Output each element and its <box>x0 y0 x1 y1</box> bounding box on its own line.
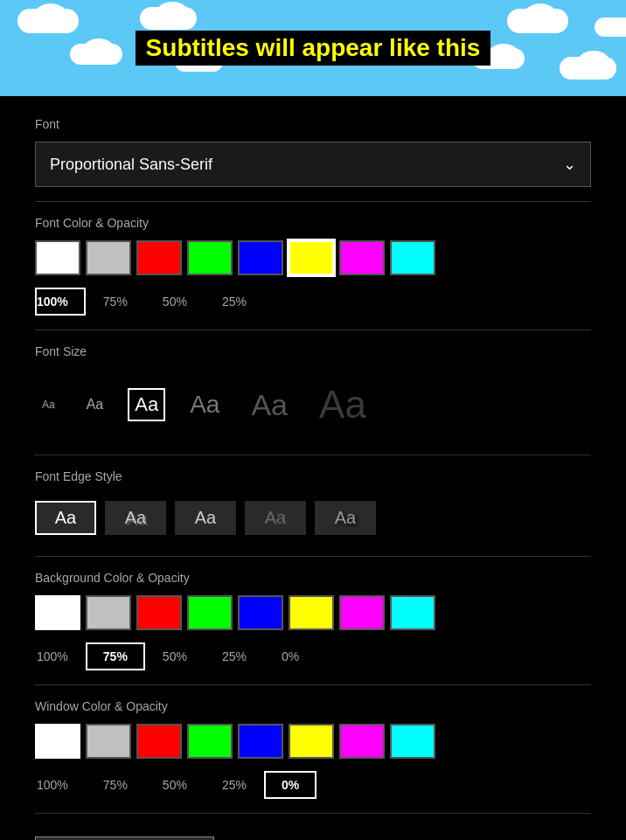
bg-color-swatches <box>35 595 591 630</box>
font-selected-value: Proportional Sans-Serif <box>50 156 212 174</box>
window-opacity-100[interactable]: 100% <box>35 771 86 799</box>
chevron-down-icon: ⌄ <box>563 155 576 174</box>
font-edge-none[interactable]: Aa <box>35 501 96 535</box>
font-section: Font Proportional Sans-Serif ⌄ <box>35 117 591 187</box>
window-color-swatch-blue[interactable] <box>238 724 283 759</box>
bg-color-section: Background Color & Opacity 100% 75% 50% … <box>35 571 591 670</box>
bg-color-label: Background Color & Opacity <box>35 571 591 585</box>
preview-banner: Subtitles will appear like this <box>0 0 626 96</box>
divider-4 <box>35 556 591 557</box>
bg-color-swatch-white[interactable] <box>35 595 80 630</box>
window-color-swatch-red[interactable] <box>136 724 182 759</box>
divider-5 <box>35 684 591 685</box>
font-color-swatch-red[interactable] <box>136 240 182 275</box>
window-color-swatch-green[interactable] <box>187 724 233 759</box>
window-opacity-row: 100% 75% 50% 25% 0% <box>35 771 591 799</box>
reset-to-default-button[interactable]: RESET TO DEFAULT <box>35 837 214 840</box>
font-edge-depressed[interactable]: Aa <box>175 501 236 535</box>
font-label: Font <box>35 117 591 131</box>
bg-color-swatch-magenta[interactable] <box>339 595 385 630</box>
font-color-swatch-yellow[interactable] <box>289 240 334 275</box>
font-size-option-5[interactable]: Aa <box>244 383 295 427</box>
bg-color-swatch-gray[interactable] <box>86 595 131 630</box>
font-opacity-row: 100% 75% 50% 25% <box>35 288 591 316</box>
font-edge-depressed-text: Aa <box>195 508 216 528</box>
font-edge-raised[interactable]: Aa <box>105 501 166 535</box>
font-edge-uniform-text: Aa <box>265 508 286 528</box>
font-size-section: Font Size Aa Aa Aa Aa Aa Aa <box>35 344 591 441</box>
font-color-swatch-gray[interactable] <box>86 240 131 275</box>
font-size-label: Font Size <box>35 344 591 358</box>
window-color-swatch-yellow[interactable] <box>289 724 334 759</box>
font-size-row: Aa Aa Aa Aa Aa Aa <box>35 369 591 441</box>
font-color-swatch-white[interactable] <box>35 240 80 275</box>
window-color-swatch-magenta[interactable] <box>339 724 385 759</box>
font-edge-raised-text: Aa <box>125 508 146 528</box>
font-color-swatch-blue[interactable] <box>238 240 283 275</box>
font-opacity-100[interactable]: 100% <box>35 288 86 316</box>
bg-opacity-25[interactable]: 25% <box>205 642 264 670</box>
bg-color-swatch-green[interactable] <box>187 595 233 630</box>
window-opacity-25[interactable]: 25% <box>205 771 264 799</box>
font-color-swatch-magenta[interactable] <box>339 240 385 275</box>
window-color-label: Window Color & Opacity <box>35 699 591 713</box>
font-size-option-4[interactable]: Aa <box>183 385 226 424</box>
bg-color-swatch-blue[interactable] <box>238 595 283 630</box>
window-color-section: Window Color & Opacity 100% 75% 50% 25% … <box>35 699 591 799</box>
bg-opacity-100[interactable]: 100% <box>35 642 86 670</box>
preview-subtitle-text: Subtitles will appear like this <box>136 31 491 66</box>
font-edge-drop[interactable]: Aa <box>315 501 376 535</box>
font-edge-row: Aa Aa Aa Aa Aa <box>35 494 591 542</box>
font-size-option-1[interactable]: Aa <box>35 393 62 416</box>
font-edge-label: Font Edge Style <box>35 469 591 483</box>
bg-color-swatch-cyan[interactable] <box>390 595 435 630</box>
settings-panel: Font Proportional Sans-Serif ⌄ Font Colo… <box>0 96 626 840</box>
font-color-swatch-cyan[interactable] <box>390 240 435 275</box>
font-size-option-6[interactable]: Aa <box>312 378 373 432</box>
bg-opacity-0[interactable]: 0% <box>264 642 316 670</box>
divider-6 <box>35 813 591 814</box>
divider-2 <box>35 330 591 330</box>
window-opacity-0[interactable]: 0% <box>264 771 316 799</box>
divider-3 <box>35 455 591 455</box>
bg-opacity-50[interactable]: 50% <box>145 642 205 670</box>
font-color-swatches <box>35 240 591 275</box>
window-color-swatch-cyan[interactable] <box>390 724 435 759</box>
font-size-option-3[interactable]: Aa <box>128 388 165 421</box>
window-color-swatches <box>35 724 591 759</box>
window-opacity-75[interactable]: 75% <box>86 771 145 799</box>
font-color-section: Font Color & Opacity 100% 75% 50% 25% <box>35 216 591 316</box>
font-color-label: Font Color & Opacity <box>35 216 591 230</box>
font-opacity-50[interactable]: 50% <box>145 288 205 316</box>
divider-1 <box>35 201 591 202</box>
font-edge-section: Font Edge Style Aa Aa Aa Aa Aa <box>35 469 591 542</box>
window-color-swatch-gray[interactable] <box>86 724 131 759</box>
bg-color-swatch-yellow[interactable] <box>289 595 334 630</box>
font-edge-uniform[interactable]: Aa <box>245 501 306 535</box>
bg-opacity-75[interactable]: 75% <box>86 642 145 670</box>
font-color-swatch-green[interactable] <box>187 240 233 275</box>
font-size-option-2[interactable]: Aa <box>80 392 111 418</box>
font-dropdown[interactable]: Proportional Sans-Serif ⌄ <box>35 142 591 187</box>
font-opacity-75[interactable]: 75% <box>86 288 145 316</box>
window-color-swatch-white[interactable] <box>35 724 80 759</box>
font-edge-none-text: Aa <box>55 508 76 528</box>
font-edge-drop-text: Aa <box>335 508 356 528</box>
window-opacity-50[interactable]: 50% <box>145 771 205 799</box>
bg-opacity-row: 100% 75% 50% 25% 0% <box>35 642 591 670</box>
bg-color-swatch-red[interactable] <box>136 595 182 630</box>
reset-row: RESET TO DEFAULT groovyPost.com <box>35 828 591 840</box>
font-opacity-25[interactable]: 25% <box>205 288 264 316</box>
